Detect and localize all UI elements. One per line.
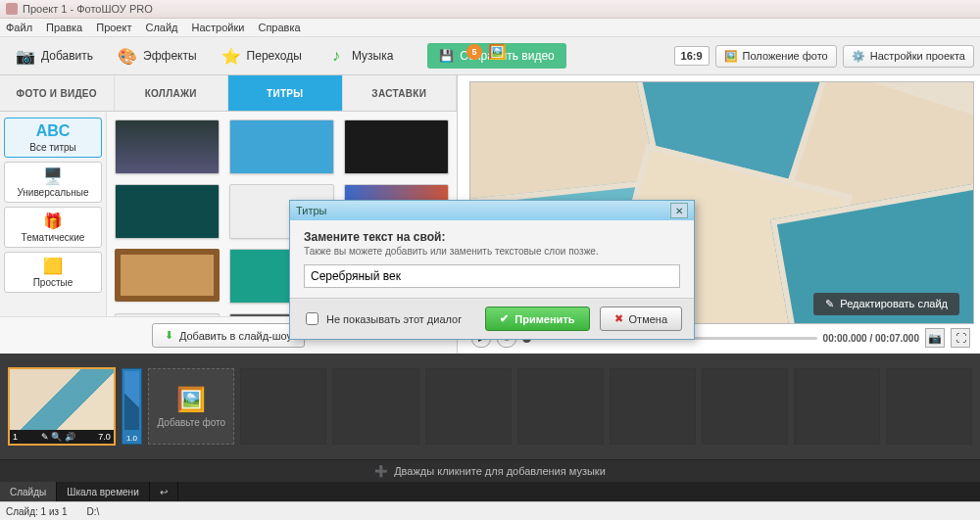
tab-titles[interactable]: ТИТРЫ <box>228 75 343 111</box>
cancel-button[interactable]: ✖Отмена <box>600 307 682 331</box>
camera-icon: 📷 <box>15 45 36 67</box>
template-thumb[interactable] <box>115 119 220 174</box>
cat-universal[interactable]: 🖥️Универсальные <box>4 162 102 203</box>
btab-undo[interactable]: ↩ <box>150 482 178 501</box>
category-sidebar: ABCВсе титры 🖥️Универсальные 🎁Тематическ… <box>0 112 107 316</box>
titles-dialog: Титры ✕ Замените текст на свой: Также вы… <box>289 200 695 340</box>
menubar: Файл Правка Проект Слайд Настройки Справ… <box>0 19 980 37</box>
cat-all-titles[interactable]: ABCВсе титры <box>4 118 102 158</box>
empty-slot[interactable] <box>886 368 972 445</box>
note-icon: ♪ <box>325 45 347 67</box>
slide-index: 1 <box>13 432 18 442</box>
tab-photo-video[interactable]: ФОТО И ВИДЕО <box>0 75 115 111</box>
empty-slot[interactable] <box>425 368 512 445</box>
template-thumb[interactable] <box>115 184 220 239</box>
empty-slot[interactable] <box>332 368 418 445</box>
aspect-ratio[interactable]: 16:9 <box>674 46 710 66</box>
tab-intros[interactable]: ЗАСТАВКИ <box>343 75 458 111</box>
notification-area[interactable]: 5 🖼️ <box>466 43 507 61</box>
save-icon: 💾 <box>439 49 454 63</box>
image-icon: 🖼️ <box>724 50 738 63</box>
main-toolbar: 📷Добавить 🎨Эффекты ⭐Переходы ♪Музыка 💾Со… <box>0 37 980 75</box>
template-thumb[interactable] <box>115 249 220 302</box>
title-text-input[interactable] <box>304 264 680 288</box>
menu-file[interactable]: Файл <box>6 22 32 33</box>
snapshot-button[interactable]: 📷 <box>925 328 945 348</box>
music-track[interactable]: ➕ Дважды кликните для добавления музыки <box>0 459 980 482</box>
template-thumb[interactable] <box>229 119 334 174</box>
square-icon: 🟨 <box>43 257 63 275</box>
dialog-subtext: Также вы можете добавить или заменить те… <box>304 246 680 257</box>
cat-thematic[interactable]: 🎁Тематические <box>4 207 102 248</box>
dialog-heading: Замените текст на свой: <box>304 230 680 244</box>
edit-slide-button[interactable]: ✎Редактировать слайд <box>813 293 959 315</box>
status-bar: Слайд: 1 из 1 D:\ <box>0 501 980 520</box>
project-settings-button[interactable]: ⚙️Настройки проекта <box>843 45 974 68</box>
apply-button[interactable]: ✔Применить <box>485 307 589 331</box>
cat-simple[interactable]: 🟨Простые <box>4 252 102 293</box>
palette-icon: 🎨 <box>117 45 138 67</box>
gallery-icon[interactable]: 🖼️ <box>488 43 507 61</box>
btab-slides[interactable]: Слайды <box>0 482 57 501</box>
dialog-title: Титры <box>296 205 326 216</box>
transition-duration: 1.0 <box>122 434 142 443</box>
cancel-icon: ✖ <box>614 312 623 325</box>
timeline-slide[interactable]: 1 ✎ 🔍 🔊 7.0 <box>8 367 116 446</box>
check-icon: ✔ <box>500 312 509 325</box>
template-thumb[interactable] <box>344 119 449 174</box>
empty-slot[interactable] <box>610 368 696 445</box>
time-display: 00:00.000 / 00:07.000 <box>823 333 919 344</box>
down-arrow-icon: ⬇ <box>165 329 173 342</box>
tab-collages[interactable]: КОЛЛАЖИ <box>115 75 229 111</box>
monitor-icon: 🖥️ <box>43 166 63 185</box>
btab-timeline[interactable]: Шкала времени <box>57 482 149 501</box>
status-path: D:\ <box>86 506 99 517</box>
gear-icon: ⚙️ <box>852 50 865 63</box>
image-placeholder-icon: 🖼️ <box>176 386 206 413</box>
bottom-tabs: Слайды Шкала времени ↩ <box>0 482 980 501</box>
app-logo-icon <box>6 3 18 15</box>
photo-position-button[interactable]: 🖼️Положение фото <box>715 45 837 68</box>
menu-help[interactable]: Справка <box>258 22 300 33</box>
dont-show-check[interactable] <box>306 312 318 325</box>
add-to-slideshow-button[interactable]: ⬇Добавить в слайд-шоу <box>152 323 305 348</box>
notification-badge[interactable]: 5 <box>466 44 482 60</box>
timeline: 1 ✎ 🔍 🔊 7.0 1.0 🖼️ Добавьте фото <box>0 354 980 459</box>
status-slide-count: Слайд: 1 из 1 <box>6 506 67 517</box>
empty-slot[interactable] <box>240 368 326 445</box>
add-button[interactable]: 📷Добавить <box>6 40 102 71</box>
content-tabs: ФОТО И ВИДЕО КОЛЛАЖИ ТИТРЫ ЗАСТАВКИ <box>0 75 457 112</box>
empty-slot[interactable] <box>702 368 788 445</box>
slide-duration: 7.0 <box>98 432 111 442</box>
menu-project[interactable]: Проект <box>96 22 131 33</box>
transitions-button[interactable]: ⭐Переходы <box>212 40 311 71</box>
fullscreen-button[interactable]: ⛶ <box>951 328 970 348</box>
template-thumb[interactable] <box>115 313 220 316</box>
effects-button[interactable]: 🎨Эффекты <box>108 40 206 71</box>
titlebar: Проект 1 - ФотоШОУ PRO <box>0 0 980 19</box>
plus-icon: ➕ <box>374 465 388 478</box>
abc-icon: ABC <box>36 122 71 140</box>
transition-thumb[interactable]: 1.0 <box>122 368 143 445</box>
menu-settings[interactable]: Настройки <box>192 22 245 33</box>
star-icon: ⭐ <box>220 45 242 67</box>
gift-icon: 🎁 <box>43 212 63 230</box>
music-button[interactable]: ♪Музыка <box>317 40 402 71</box>
menu-slide[interactable]: Слайд <box>145 22 177 33</box>
add-photo-slot[interactable]: 🖼️ Добавьте фото <box>148 368 234 445</box>
dialog-close-button[interactable]: ✕ <box>670 203 688 218</box>
dialog-titlebar[interactable]: Титры ✕ <box>290 201 694 220</box>
empty-slot[interactable] <box>794 368 880 445</box>
dont-show-checkbox[interactable]: Не показывать этот диалог <box>302 309 462 328</box>
pencil-icon: ✎ <box>825 298 834 310</box>
menu-edit[interactable]: Правка <box>46 22 82 33</box>
empty-slot[interactable] <box>517 368 604 445</box>
window-title: Проект 1 - ФотоШОУ PRO <box>23 3 153 15</box>
